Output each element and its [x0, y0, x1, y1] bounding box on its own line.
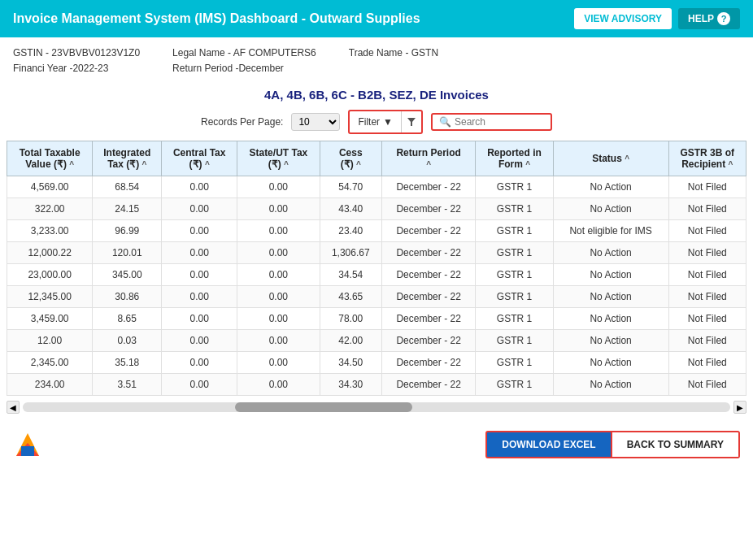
table-row: 12.000.030.000.0042.00December - 22GSTR …	[7, 330, 746, 352]
cell-status: No Action	[553, 198, 668, 220]
table-row: 3,459.008.650.000.0078.00December - 22GS…	[7, 308, 746, 330]
cell-reported-in-form: GSTR 1	[476, 176, 553, 198]
cell-return-period: December - 22	[381, 286, 475, 308]
col-reported-in-form[interactable]: Reported inForm ^	[476, 141, 553, 176]
cell-integrated-tax: 0.03	[93, 330, 162, 352]
cell-cess: 42.00	[320, 330, 381, 352]
cell-status: No Action	[553, 308, 668, 330]
records-per-page-label: Records Per Page:	[201, 116, 283, 128]
cell-central-tax: 0.00	[162, 264, 237, 286]
filter-label: Filter ▼	[350, 114, 401, 130]
table-row: 4,569.0068.540.000.0054.70December - 22G…	[7, 176, 746, 198]
cell-integrated-tax: 345.00	[93, 264, 162, 286]
records-per-page-select[interactable]: 5 10 25 50 100	[291, 113, 340, 131]
cell-central-tax: 0.00	[162, 330, 237, 352]
cell-return-period: December - 22	[381, 308, 475, 330]
col-integrated-tax[interactable]: IntegratedTax (₹) ^	[93, 141, 162, 176]
cell-cess: 43.65	[320, 286, 381, 308]
search-box: 🔍	[431, 113, 552, 131]
cell-taxable-value: 2,345.00	[7, 352, 93, 374]
cell-status: No Action	[553, 330, 668, 352]
cell-integrated-tax: 30.86	[93, 286, 162, 308]
meta-trade: Trade Name - GSTN	[349, 46, 438, 76]
back-to-summary-button[interactable]: BACK TO SUMMARY	[612, 431, 740, 458]
col-return-period[interactable]: Return Period^	[381, 141, 475, 176]
cell-status: No Action	[553, 286, 668, 308]
cell-status: No Action	[553, 242, 668, 264]
header-buttons: VIEW ADVISORY HELP ?	[574, 8, 740, 29]
filter-icon[interactable]: ▼	[383, 116, 393, 128]
cell-central-tax: 0.00	[162, 308, 237, 330]
cell-central-tax: 0.00	[162, 286, 237, 308]
cell-state-ut-tax: 0.00	[237, 308, 320, 330]
download-excel-button[interactable]: DOWNLOAD EXCEL	[485, 431, 612, 458]
cell-taxable-value: 4,569.00	[7, 176, 93, 198]
view-advisory-button[interactable]: VIEW ADVISORY	[574, 8, 672, 29]
cell-status: No Action	[553, 352, 668, 374]
cell-cess: 78.00	[320, 308, 381, 330]
cell-gstr3b: Not Filed	[668, 374, 746, 396]
cell-reported-in-form: GSTR 1	[476, 352, 553, 374]
help-label: HELP	[688, 13, 714, 24]
search-input[interactable]	[455, 116, 544, 128]
cell-cess: 34.50	[320, 352, 381, 374]
cell-return-period: December - 22	[381, 330, 475, 352]
cell-integrated-tax: 35.18	[93, 352, 162, 374]
col-state-ut-tax[interactable]: State/UT Tax(₹) ^	[237, 141, 320, 176]
legal-name-label: Legal Name - AF COMPUTERS6	[172, 46, 316, 61]
cell-gstr3b: Not Filed	[668, 242, 746, 264]
cell-gstr3b: Not Filed	[668, 286, 746, 308]
cell-gstr3b: Not Filed	[668, 352, 746, 374]
table-row: 322.0024.150.000.0043.40December - 22GST…	[7, 198, 746, 220]
cell-return-period: December - 22	[381, 176, 475, 198]
cell-return-period: December - 22	[381, 242, 475, 264]
cell-taxable-value: 3,233.00	[7, 220, 93, 242]
cell-central-tax: 0.00	[162, 374, 237, 396]
cell-cess: 23.40	[320, 220, 381, 242]
cell-taxable-value: 12.00	[7, 330, 93, 352]
scrollbar-thumb[interactable]	[235, 402, 412, 412]
scroll-left-button[interactable]: ◀	[7, 401, 20, 414]
col-cess[interactable]: Cess(₹) ^	[320, 141, 381, 176]
col-central-tax[interactable]: Central Tax(₹) ^	[162, 141, 237, 176]
cell-central-tax: 0.00	[162, 352, 237, 374]
cell-gstr3b: Not Filed	[668, 308, 746, 330]
table-row: 2,345.0035.180.000.0034.50December - 22G…	[7, 352, 746, 374]
cell-integrated-tax: 24.15	[93, 198, 162, 220]
financial-year-label: Financi Year -2022-23	[13, 61, 140, 76]
cell-state-ut-tax: 0.00	[237, 330, 320, 352]
cell-taxable-value: 322.00	[7, 198, 93, 220]
cell-gstr3b: Not Filed	[668, 220, 746, 242]
scrollbar-track[interactable]	[23, 402, 730, 412]
cell-status: Not eligible for IMS	[553, 220, 668, 242]
cell-cess: 54.70	[320, 176, 381, 198]
cell-return-period: December - 22	[381, 198, 475, 220]
svg-marker-0	[407, 118, 416, 126]
cell-taxable-value: 23,000.00	[7, 264, 93, 286]
scroll-right-button[interactable]: ▶	[733, 401, 746, 414]
cell-return-period: December - 22	[381, 374, 475, 396]
table-row: 3,233.0096.990.000.0023.40December - 22G…	[7, 220, 746, 242]
logo-icon	[13, 430, 42, 459]
cell-integrated-tax: 120.01	[93, 242, 162, 264]
cell-status: No Action	[553, 374, 668, 396]
col-taxable-value[interactable]: Total TaxableValue (₹) ^	[7, 141, 93, 176]
help-icon: ?	[717, 12, 730, 25]
col-gstr3b[interactable]: GSTR 3B ofRecipient ^	[668, 141, 746, 176]
cell-status: No Action	[553, 176, 668, 198]
cell-integrated-tax: 3.51	[93, 374, 162, 396]
table-row: 234.003.510.000.0034.30December - 22GSTR…	[7, 374, 746, 396]
cell-state-ut-tax: 0.00	[237, 264, 320, 286]
header: Invoice Management System (IMS) Dashboar…	[0, 0, 753, 37]
table-row: 12,000.22120.010.000.001,306.67December …	[7, 242, 746, 264]
filter-funnel-icon[interactable]	[402, 115, 421, 129]
cell-integrated-tax: 8.65	[93, 308, 162, 330]
help-button[interactable]: HELP ?	[678, 8, 740, 29]
trade-name-label: Trade Name - GSTN	[349, 46, 438, 61]
col-status[interactable]: Status ^	[553, 141, 668, 176]
cell-taxable-value: 234.00	[7, 374, 93, 396]
cell-gstr3b: Not Filed	[668, 264, 746, 286]
cell-central-tax: 0.00	[162, 198, 237, 220]
cell-reported-in-form: GSTR 1	[476, 286, 553, 308]
cell-state-ut-tax: 0.00	[237, 220, 320, 242]
